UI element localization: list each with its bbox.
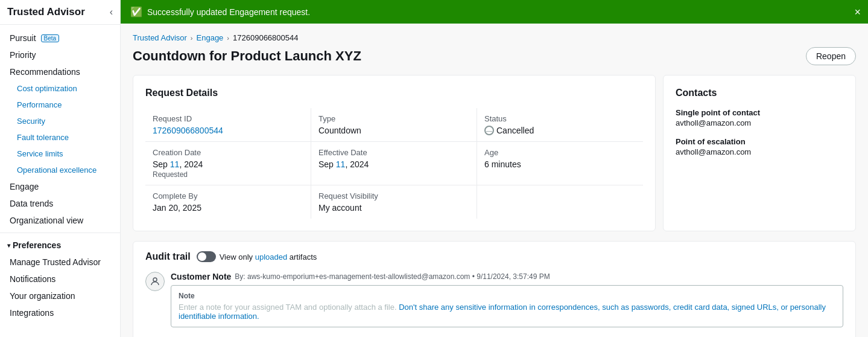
contacts-title: Contacts (676, 88, 843, 98)
sidebar-item-manage-trusted-advisor-label: Manage Trusted Advisor (10, 257, 101, 267)
detail-value-type: Countdown (318, 126, 469, 135)
toggle-container: View only uploaded artifacts (197, 251, 317, 262)
uploaded-link[interactable]: uploaded (255, 252, 288, 262)
creation-date-link[interactable]: 11 (170, 159, 180, 169)
request-details-title: Request Details (145, 88, 643, 98)
sidebar-item-security-label: Security (17, 117, 45, 126)
sidebar-item-pursuit[interactable]: Pursuit Beta (0, 30, 120, 47)
detail-value-request-visibility: My account (318, 203, 469, 213)
note-content: Customer Note By: aws-kumo-emporium+es-m… (171, 272, 843, 327)
breadcrumb-sep-2: › (227, 34, 229, 42)
sidebar-title: Trusted Advisor (7, 6, 85, 18)
detail-value-complete-by: Jan 20, 2025 (153, 203, 303, 213)
sidebar-item-recommendations-label: Recommendations (10, 67, 80, 77)
banner-message: Successfully updated Engagement request. (147, 7, 310, 17)
sidebar-item-integrations[interactable]: Integrations (0, 304, 120, 321)
contact-role-escalation: Point of escalation (676, 137, 843, 146)
sidebar-item-operational-excellence-label: Operational excellence (17, 165, 97, 175)
breadcrumb-current: 172609066800544 (233, 33, 298, 42)
detail-request-id: Request ID 172609066800544 (145, 108, 311, 142)
request-id-link[interactable]: 172609066800544 (153, 126, 223, 135)
sidebar-item-performance[interactable]: Performance (0, 97, 120, 113)
sidebar-item-engage[interactable]: Engage (0, 178, 120, 195)
artifacts-toggle[interactable] (197, 251, 216, 262)
breadcrumb-sep-1: › (191, 34, 193, 42)
detail-effective-date: Effective Date Sep 11, 2024 (311, 142, 477, 185)
sidebar-item-notifications-label: Notifications (10, 274, 55, 284)
sidebar-item-notifications[interactable]: Notifications (0, 271, 120, 287)
svg-point-0 (153, 278, 157, 281)
sidebar-item-integrations-label: Integrations (10, 308, 54, 318)
sidebar: Trusted Advisor ‹ Pursuit Beta Priority … (0, 0, 121, 337)
sidebar-item-organizational-view[interactable]: Organizational view (0, 212, 120, 229)
sidebar-item-cost-optimization[interactable]: Cost optimization (0, 80, 120, 97)
sidebar-item-priority[interactable]: Priority (0, 47, 120, 63)
note-textarea: Note Enter a note for your assigned TAM … (171, 285, 843, 327)
sidebar-item-pursuit-label: Pursuit (10, 33, 36, 43)
contact-email-escalation: avtholl@amazon.com (676, 147, 843, 156)
detail-label-request-id: Request ID (153, 114, 303, 123)
note-type: Customer Note (171, 272, 231, 281)
note-author-row: Customer Note By: aws-kumo-emporium+es-m… (171, 272, 843, 281)
sidebar-header: Trusted Advisor ‹ (0, 0, 120, 25)
sidebar-item-fault-tolerance-label: Fault tolerance (17, 133, 69, 142)
detail-value-status: — Cancelled (484, 126, 636, 135)
preferences-arrow-icon: ▾ (7, 242, 10, 249)
sidebar-item-security[interactable]: Security (0, 113, 120, 129)
detail-label-effective-date: Effective Date (318, 148, 469, 157)
page-title-row: Countdown for Product Launch XYZ Reopen (133, 47, 856, 65)
content-area: Trusted Advisor › Engage › 1726090668005… (121, 24, 868, 337)
audit-trail-header: Audit trail View only uploaded artifacts (145, 251, 843, 262)
breadcrumb: Trusted Advisor › Engage › 1726090668005… (133, 33, 856, 42)
detail-label-age: Age (484, 148, 636, 157)
status-cancelled-icon: — (484, 126, 494, 135)
note-placeholder-text: Enter a note for your assigned TAM and o… (179, 303, 399, 312)
sidebar-item-data-trends[interactable]: Data trends (0, 195, 120, 212)
detail-label-type: Type (318, 114, 469, 123)
two-col-layout: Request Details Request ID 1726090668005… (133, 75, 856, 231)
detail-value-age: 6 minutes (484, 159, 636, 169)
note-timestamp: 9/11/2024, 3:57:49 PM (477, 272, 550, 281)
sidebar-item-operational-excellence[interactable]: Operational excellence (0, 162, 120, 178)
sidebar-collapse-button[interactable]: ‹ (110, 7, 113, 18)
contact-email-single-point: avtholl@amazon.com (676, 118, 843, 127)
sidebar-preferences-section[interactable]: ▾ Preferences (0, 237, 120, 254)
note-textarea-label: Note (179, 292, 835, 300)
detail-label-creation-date: Creation Date (153, 148, 303, 157)
sidebar-item-manage-trusted-advisor[interactable]: Manage Trusted Advisor (0, 254, 120, 271)
status-text: Cancelled (496, 126, 534, 135)
sidebar-item-priority-label: Priority (10, 50, 36, 60)
detail-status: Status — Cancelled (477, 108, 643, 142)
request-details-card: Request Details Request ID 1726090668005… (133, 75, 656, 231)
breadcrumb-trusted-advisor[interactable]: Trusted Advisor (133, 33, 187, 42)
sidebar-item-organizational-view-label: Organizational view (10, 216, 83, 225)
sidebar-beta-badge: Beta (41, 34, 60, 42)
sidebar-item-engage-label: Engage (10, 182, 39, 191)
preferences-label: Preferences (13, 240, 61, 250)
banner-close-button[interactable]: × (854, 7, 861, 18)
sidebar-divider (0, 233, 120, 233)
sidebar-item-your-organization-label: Your organization (10, 291, 75, 301)
success-icon: ✅ (130, 6, 142, 18)
sidebar-item-service-limits[interactable]: Service limits (0, 146, 120, 162)
detail-age: Age 6 minutes (477, 142, 643, 185)
detail-value-effective-date: Sep 11, 2024 (318, 159, 469, 169)
main-content: ✅ Successfully updated Engagement reques… (121, 0, 868, 337)
note-textarea-text: Enter a note for your assigned TAM and o… (179, 303, 835, 321)
detail-value-request-id: 172609066800544 (153, 126, 303, 135)
avatar (145, 272, 165, 291)
detail-value-creation-date: Sep 11, 2024 (153, 159, 303, 169)
sidebar-item-fault-tolerance[interactable]: Fault tolerance (0, 129, 120, 146)
audit-trail-title: Audit trail (145, 251, 191, 262)
note-author: By: aws-kumo-emporium+es-management-test… (235, 272, 470, 281)
page-title: Countdown for Product Launch XYZ (133, 48, 361, 64)
contact-role-single-point: Single point of contact (676, 108, 843, 117)
sidebar-item-your-organization[interactable]: Your organization (0, 287, 120, 304)
sidebar-item-recommendations[interactable]: Recommendations (0, 63, 120, 80)
reopen-button[interactable]: Reopen (806, 47, 856, 65)
contact-single-point: Single point of contact avtholl@amazon.c… (676, 108, 843, 127)
breadcrumb-engage[interactable]: Engage (197, 33, 224, 42)
effective-date-link[interactable]: 11 (336, 159, 346, 169)
note-entry: Customer Note By: aws-kumo-emporium+es-m… (145, 272, 843, 327)
detail-complete-by: Complete By Jan 20, 2025 (145, 185, 311, 219)
